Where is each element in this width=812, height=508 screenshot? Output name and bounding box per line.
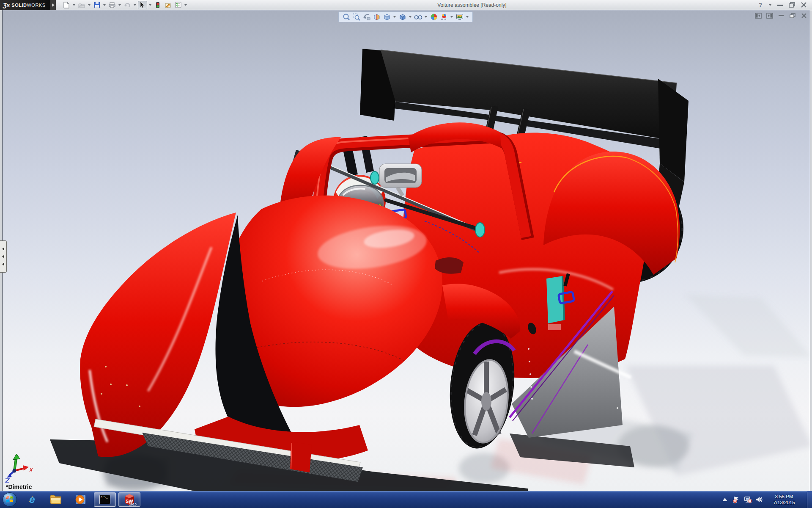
- windows-taskbar: e C:\_ SW 2015: [0, 491, 812, 508]
- pane-right-icon[interactable]: [766, 12, 774, 19]
- show-desktop-button[interactable]: [807, 491, 812, 508]
- new-dropdown[interactable]: [73, 4, 75, 6]
- teal-side-panel[interactable]: [546, 276, 564, 323]
- graphics-area[interactable]: x: [0, 10, 812, 491]
- undo-dropdown[interactable]: [134, 4, 136, 6]
- side-mirror[interactable]: [435, 257, 464, 274]
- title-bar: Ʒs SOLIDWORKS Voiture: [0, 0, 812, 10]
- solidworks-icon: SW 2015: [122, 493, 137, 506]
- taskbar-clock[interactable]: 3:55 PM 7/13/2015: [768, 494, 800, 505]
- undo-button[interactable]: [123, 1, 132, 9]
- zoom-to-area-icon[interactable]: [352, 13, 361, 22]
- minimize-button[interactable]: [776, 1, 784, 9]
- previous-view-icon[interactable]: [362, 13, 371, 22]
- network-status-icon[interactable]: [744, 496, 752, 503]
- display-style-dropdown[interactable]: [409, 16, 411, 18]
- window-controls: ?: [756, 0, 812, 10]
- taskbar-solidworks[interactable]: SW 2015: [118, 492, 140, 507]
- doc-close-button[interactable]: [800, 12, 808, 19]
- feature-tree-collapse-tab[interactable]: [0, 240, 7, 273]
- apply-scene-dropdown[interactable]: [450, 16, 453, 18]
- folder-icon: [49, 494, 62, 505]
- save-dropdown[interactable]: [103, 4, 106, 6]
- display-style-icon[interactable]: [398, 13, 407, 22]
- solidworks-logo: Ʒs SOLIDWORKS: [0, 0, 50, 10]
- orientation-triad: x: [5, 454, 33, 482]
- help-button[interactable]: ?: [756, 1, 765, 9]
- taskbar-internet-explorer[interactable]: e: [20, 492, 42, 507]
- hidden-icons-button[interactable]: [721, 496, 729, 503]
- open-document-button[interactable]: [77, 1, 86, 9]
- select-button[interactable]: [138, 1, 147, 9]
- view-settings-dropdown[interactable]: [466, 16, 469, 18]
- view-settings-icon[interactable]: [455, 13, 464, 22]
- save-button[interactable]: [92, 1, 102, 9]
- volume-icon[interactable]: [755, 496, 763, 503]
- taskbar-media-player[interactable]: [69, 492, 91, 507]
- view-orientation-label: *Dimetric: [6, 483, 32, 490]
- apply-scene-icon[interactable]: [439, 13, 448, 22]
- rebuild-button[interactable]: [153, 1, 162, 9]
- command-prompt-icon: C:\_: [99, 495, 110, 504]
- window-title: Voiture assomblee [Read-only]: [188, 0, 756, 10]
- hide-show-items-dropdown[interactable]: [425, 16, 427, 18]
- select-dropdown[interactable]: [149, 4, 151, 6]
- model-scene[interactable]: x: [0, 10, 812, 491]
- print-button[interactable]: [107, 1, 117, 9]
- action-center-icon[interactable]: [732, 496, 740, 503]
- print-dropdown[interactable]: [118, 4, 121, 6]
- taskbar-windows-explorer[interactable]: [45, 492, 67, 507]
- viewport-right-frame: [810, 10, 812, 491]
- view-orientation-dropdown[interactable]: [393, 16, 396, 18]
- svg-text:2015: 2015: [129, 502, 137, 506]
- cyan-detail-a: [370, 171, 379, 184]
- solidworks-logo-mark: Ʒs: [3, 2, 10, 8]
- internet-explorer-icon: e: [29, 494, 35, 505]
- edit-appearance-icon[interactable]: [429, 13, 438, 22]
- restore-button[interactable]: [787, 1, 796, 9]
- solidworks-logo-text: SOLIDWORKS: [11, 3, 45, 8]
- help-dropdown[interactable]: [769, 4, 771, 6]
- start-button[interactable]: [2, 491, 18, 508]
- wing-plane[interactable]: [381, 50, 677, 141]
- view-orientation-icon[interactable]: [382, 13, 391, 22]
- section-view-icon[interactable]: [372, 13, 381, 22]
- hide-show-items-icon[interactable]: [414, 13, 422, 22]
- clock-date: 7/13/2015: [768, 500, 800, 505]
- edit-color-button[interactable]: [163, 1, 173, 9]
- headsup-view-toolbar: [338, 11, 473, 22]
- tow-pillar: [290, 442, 312, 472]
- system-tray: 3:55 PM 7/13/2015: [721, 491, 812, 508]
- triad-x-label: x: [29, 466, 33, 473]
- pane-left-icon[interactable]: [754, 12, 762, 19]
- document-window-controls: [754, 12, 808, 19]
- doc-minimize-button[interactable]: [777, 12, 785, 19]
- clock-time: 3:55 PM: [768, 494, 800, 500]
- taskbar-command-prompt[interactable]: C:\_: [94, 492, 116, 507]
- zoom-to-fit-icon[interactable]: [342, 13, 351, 22]
- doc-restore-button[interactable]: [789, 12, 796, 19]
- close-icon[interactable]: [799, 1, 808, 9]
- new-document-button[interactable]: [62, 1, 71, 9]
- options-dropdown[interactable]: [184, 4, 187, 6]
- media-player-icon: [74, 494, 86, 505]
- main-toolbar: [56, 0, 188, 10]
- cyan-detail-b: [475, 223, 485, 237]
- options-button[interactable]: [173, 1, 183, 9]
- open-dropdown[interactable]: [88, 4, 91, 6]
- menu-expand-arrow[interactable]: [50, 0, 56, 10]
